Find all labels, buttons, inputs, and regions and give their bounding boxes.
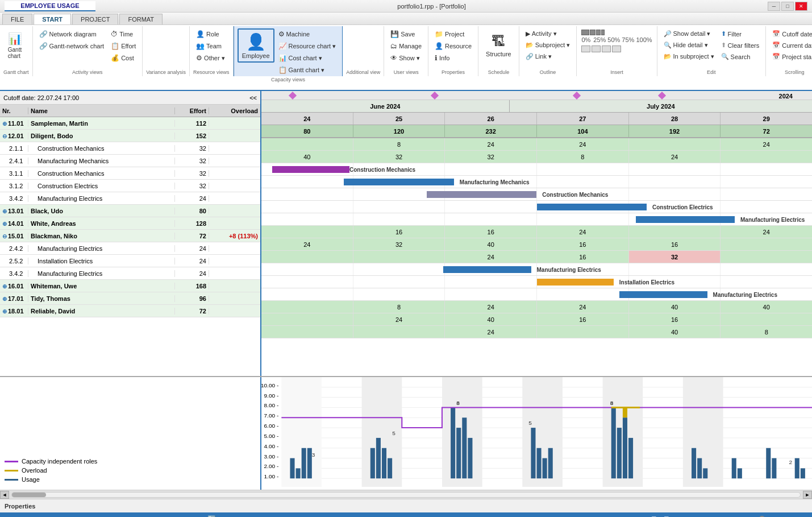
gantt-network-btn[interactable]: 🔗 Gantt-network chart	[36, 40, 107, 52]
window-controls: ─ □ ✕	[768, 2, 807, 11]
clear-filters-btn[interactable]: ⬆ Clear filters	[718, 40, 763, 51]
gantt-row: 8 24 24 40 40	[261, 301, 812, 313]
table-row[interactable]: ⊖12.01 Diligent, Bodo 152	[0, 130, 260, 142]
tab-format[interactable]: FORMAT	[119, 14, 163, 24]
gantt-chart-btn[interactable]: 📊 Ganttchart	[3, 28, 26, 63]
view-mode-3[interactable]	[602, 46, 611, 52]
row-name: Construction Electrics	[28, 183, 175, 189]
search-ribbon-btn[interactable]: 🔍 Search	[718, 51, 763, 62]
manage-btn[interactable]: 🗂 Manage	[388, 40, 424, 52]
effort-btn[interactable]: 📋 Effort	[108, 40, 139, 52]
task-bar-label: Installation Electrics	[619, 279, 674, 286]
scroll-right-btn[interactable]: ►	[803, 491, 812, 499]
activity-outline-label: Activity ▾	[532, 30, 557, 38]
other-btn[interactable]: ⚙ Other ▾	[193, 52, 228, 64]
role-btn[interactable]: 👤 Role	[193, 28, 228, 40]
task-bar-label: Manufacturing Mechanics	[460, 179, 530, 185]
year-label: 2024	[777, 93, 795, 100]
table-row[interactable]: 3.4.2 Manufacturing Electrics 24	[0, 267, 260, 280]
zoom-icon4[interactable]	[601, 30, 605, 35]
gantt-cell	[353, 201, 445, 213]
table-row[interactable]: 2.4.2 Manufacturing Electrics 24	[0, 242, 260, 255]
scrollbar-thumb[interactable]	[12, 493, 46, 497]
resource-chart-btn[interactable]: 📈 Resource chart ▾	[276, 40, 339, 52]
table-row[interactable]: 3.1.2 Construction Electrics 32	[0, 180, 260, 192]
zoom-icon3[interactable]	[596, 30, 601, 35]
employee-large-btn[interactable]: 👤 Employee	[238, 28, 274, 63]
minimize-button[interactable]: ─	[768, 2, 780, 11]
view-mode-4[interactable]	[612, 46, 621, 52]
close-button[interactable]: ✕	[795, 2, 807, 11]
view-mode-2[interactable]	[592, 46, 601, 52]
network-diagram-btn[interactable]: 🔗 Network diagram	[36, 28, 107, 40]
time-btn[interactable]: ⏱ Time	[108, 28, 139, 40]
tab-project[interactable]: PROJECT	[72, 14, 118, 24]
table-row[interactable]: ⊕16.01 Whiteman, Uwe 168	[0, 280, 260, 292]
link-btn[interactable]: 🔗 Link ▾	[523, 51, 573, 62]
cost-chart-btn[interactable]: 📊 Cost chart ▾	[276, 52, 339, 64]
show-detail-btn[interactable]: 🔎 Show detail ▾	[661, 28, 717, 39]
gantt-cell	[261, 326, 353, 338]
additional-view-label: Additional view	[346, 68, 380, 75]
table-row[interactable]: ⊕13.01 Black, Udo 80	[0, 205, 260, 217]
in-subproject-btn[interactable]: 📂 In subproject ▾	[661, 51, 717, 62]
show-btn[interactable]: 👁 Show ▾	[388, 52, 424, 64]
structure-btn[interactable]: 🏗 Structure	[482, 28, 515, 63]
table-row[interactable]: 2.5.2 Installation Electrics 24	[0, 255, 260, 267]
scroll-left-btn[interactable]: ◄	[0, 491, 9, 499]
gantt-cell: 8	[721, 326, 812, 338]
row-nr: ⊕13.01	[0, 208, 28, 214]
gantt-cell	[721, 188, 812, 200]
row-effort: 128	[175, 220, 209, 227]
project-start-btn[interactable]: 📅 Project start	[769, 51, 812, 62]
resource-props-btn[interactable]: 👤 Resource	[432, 40, 474, 52]
gantt-cell	[629, 226, 721, 238]
gantt-cell	[353, 326, 445, 338]
table-row[interactable]: 2.4.1 Manufacturing Mechanics 32	[0, 155, 260, 167]
maximize-button[interactable]: □	[781, 2, 794, 11]
gantt-cell	[445, 276, 537, 288]
zoom-icon2[interactable]	[590, 30, 596, 35]
gantt-chart2-btn[interactable]: 📋 Gantt chart ▾	[276, 64, 339, 76]
chart-legend: Capacity independent roles Overload Usag…	[0, 377, 261, 490]
info-btn[interactable]: ℹ Info	[432, 52, 474, 64]
filter-btn[interactable]: ⬆ Filter	[718, 28, 763, 39]
table-row[interactable]: ⊕11.01 Sampleman, Martin 112	[0, 117, 260, 130]
gantt-cell	[721, 251, 812, 263]
gantt-cell	[537, 326, 629, 338]
table-row[interactable]: ⊖15.01 Blackman, Niko 72 +8 (113%)	[0, 230, 260, 242]
activity-outline-btn[interactable]: ▶ Activity ▾	[523, 28, 573, 39]
horizontal-scrollbar[interactable]: ◄ ►	[0, 490, 812, 499]
gantt-row-task: Manufacturing Electrics	[261, 288, 812, 301]
table-row[interactable]: ⊕18.01 Reliable, David 72	[0, 305, 260, 317]
table-row[interactable]: ⊕17.01 Tidy, Thomas 96	[0, 292, 260, 305]
hide-detail-btn[interactable]: 🔍 Hide detail ▾	[661, 40, 717, 51]
bar	[376, 438, 381, 478]
table-row[interactable]: ⊕14.01 White, Andreas 128	[0, 217, 260, 230]
view-mode-1[interactable]	[581, 46, 590, 52]
current-date-btn[interactable]: 📅 Current date	[769, 40, 812, 51]
total-28: 192	[629, 125, 721, 137]
table-row[interactable]: 3.1.1 Construction Mechanics 32	[0, 167, 260, 180]
cost-btn[interactable]: 💰 Cost	[108, 52, 139, 64]
project-props-btn[interactable]: 📁 Project	[432, 28, 474, 40]
gantt-cell	[353, 251, 445, 263]
bar	[290, 458, 294, 479]
tab-file[interactable]: FILE	[2, 14, 32, 24]
legend-capacity: Capacity independent roles	[5, 458, 256, 465]
team-btn[interactable]: 👥 Team	[193, 40, 228, 52]
save-btn[interactable]: 💾 Save	[388, 28, 424, 40]
cutoff-date-btn[interactable]: 📅 Cutoff date	[769, 28, 812, 39]
bar	[548, 448, 553, 478]
subproject-btn[interactable]: 📂 Subproject ▾	[523, 40, 573, 51]
table-row[interactable]: 3.4.2 Manufacturing Electrics 24	[0, 192, 260, 205]
scrollbar-track[interactable]	[11, 492, 801, 498]
diamond-marker-2	[431, 92, 439, 100]
nav-back-btn[interactable]: <<	[249, 94, 257, 101]
zoom-icon1[interactable]	[581, 30, 589, 35]
machine-btn[interactable]: ⚙ Machine	[276, 28, 339, 40]
tab-start[interactable]: START	[34, 14, 71, 24]
row-nr: 2.1.1	[0, 145, 28, 152]
table-row[interactable]: 2.1.1 Construction Mechanics 32	[0, 142, 260, 155]
gantt-cell	[353, 213, 445, 225]
